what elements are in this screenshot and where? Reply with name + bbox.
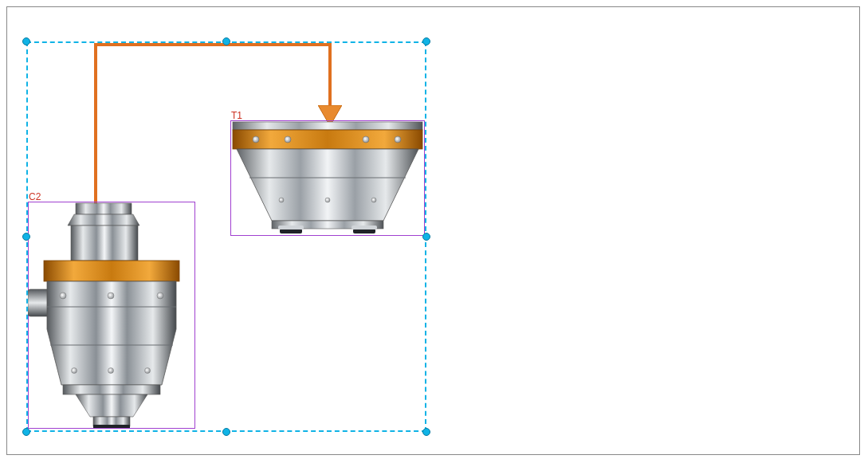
svg-point-9	[325, 198, 330, 202]
svg-rect-20	[44, 261, 179, 281]
svg-point-25	[157, 292, 163, 299]
svg-rect-17	[76, 203, 132, 214]
selection-handle-n[interactable]	[222, 37, 230, 45]
svg-point-23	[60, 292, 66, 299]
svg-rect-29	[63, 385, 160, 394]
svg-point-28	[145, 368, 151, 374]
selection-handle-s[interactable]	[222, 428, 230, 436]
connector-segment-1	[94, 45, 97, 204]
svg-rect-2	[233, 130, 422, 149]
svg-marker-18	[68, 214, 139, 226]
connector-segment-3	[328, 43, 332, 113]
selection-handle-se[interactable]	[422, 428, 430, 436]
svg-point-27	[108, 368, 114, 374]
svg-point-5	[363, 136, 369, 143]
component-c2-label: C2	[29, 191, 41, 202]
component-t1-graphic	[230, 120, 425, 236]
selection-handle-ne[interactable]	[422, 37, 430, 45]
component-t1-label: T1	[231, 110, 242, 121]
svg-point-24	[108, 292, 114, 299]
svg-point-8	[279, 198, 284, 202]
svg-rect-19	[71, 226, 138, 261]
component-c2-graphic	[28, 202, 195, 429]
selection-handle-e[interactable]	[422, 233, 430, 241]
svg-rect-14	[278, 226, 304, 230]
svg-point-10	[371, 198, 376, 202]
svg-point-26	[72, 368, 77, 374]
svg-rect-31	[93, 425, 130, 428]
svg-point-4	[285, 136, 291, 143]
svg-rect-15	[352, 226, 377, 230]
svg-rect-1	[233, 122, 422, 130]
selection-handle-sw[interactable]	[22, 428, 30, 436]
connector-segment-2	[94, 43, 332, 46]
svg-point-6	[395, 136, 401, 143]
selection-handle-nw[interactable]	[22, 37, 30, 45]
selection-handle-w[interactable]	[22, 233, 30, 241]
svg-point-3	[253, 136, 259, 143]
